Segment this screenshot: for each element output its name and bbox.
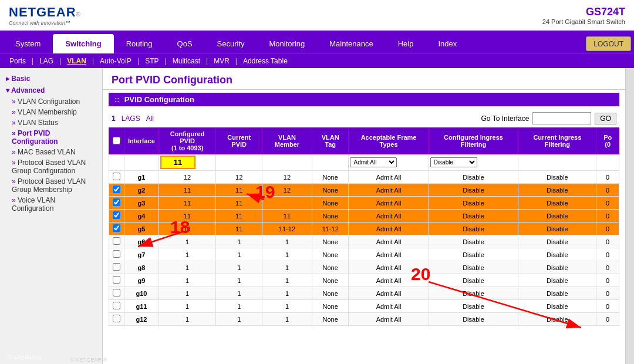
pvid-table-wrapper: Interface Configured PVID(1 to 4093) Cur… [109,127,619,364]
subnav-stp[interactable]: STP [140,56,163,66]
tab-qos[interactable]: QoS [165,34,205,53]
row-checkbox-cell [109,235,124,248]
lags-number: 1 [112,114,116,123]
row-checkbox[interactable] [113,211,120,219]
row-po: 0 [596,248,619,261]
subnav-multicast[interactable]: Multicast [168,56,205,66]
sidebar-item-protocol-group-membership[interactable]: Protocol Based VLAN Group Membership [0,176,102,195]
row-interface: g8 [124,261,159,274]
page-title: Port PVID Configuration [103,68,625,90]
header: NETGEAR® Connect with Innovation™ GS724T… [0,0,634,32]
row-checkbox[interactable] [113,250,120,258]
row-frame-types: Admit All [349,223,429,235]
scrollbar[interactable] [625,68,634,364]
row-po: 0 [596,287,619,300]
logout-button[interactable]: LOGOUT [586,36,631,51]
row-vlan-member: 1 [262,287,312,300]
row-checkbox[interactable] [113,224,120,232]
row-checkbox[interactable] [113,198,120,206]
go-to-interface-area: Go To Interface GO [481,112,617,124]
row-checkbox[interactable] [113,237,120,245]
tab-switching[interactable]: Switching [53,34,113,53]
row-vlan-tag: None [312,235,349,248]
row-po: 0 [596,235,619,248]
col-current-pvid: Current PVID [216,128,262,154]
row-checkbox[interactable] [113,276,120,284]
row-vlan-tag: None [312,197,349,210]
row-config-pvid: 11 [158,197,216,210]
row-checkbox[interactable] [113,186,120,193]
row-config-pvid: 1 [158,300,216,313]
frame-types-select[interactable]: Admit All Tagged Only Untagged Only [350,157,397,167]
main-nav: System Switching Routing QoS Security Mo… [0,32,634,53]
row-vlan-member [262,197,312,210]
subnav-mvr[interactable]: MVR [209,56,234,66]
row-checkbox[interactable] [113,302,120,309]
sidebar-item-mac-vlan[interactable]: MAC Based VLAN [0,147,102,157]
row-config-pvid: 11 [158,184,216,197]
lags-link[interactable]: LAGS [122,114,140,123]
pvid-config-input[interactable] [160,156,195,169]
go-button[interactable]: GO [595,113,616,124]
tab-maintenance[interactable]: Maintenance [317,34,385,53]
sidebar-item-vlan-status[interactable]: VLAN Status [0,117,102,128]
row-checkbox-cell [109,210,124,223]
row-checkbox[interactable] [113,173,120,180]
row-current-pvid: 1 [216,313,262,326]
sidebar-item-protocol-group-config[interactable]: Protocol Based VLAN Group Configuration [0,157,102,176]
row-vlan-tag: None [312,313,349,326]
sidebar-group-basic[interactable]: Basic [0,73,102,85]
row-config-ingress: Disable [429,197,518,210]
watermark-copyright: © NETGEAR ® [70,357,107,363]
header-interface-spacer [124,154,159,171]
tab-index[interactable]: Index [426,34,469,53]
row-checkbox[interactable] [113,289,120,296]
device-info: GS724T 24 Port Gigabit Smart Switch [542,6,625,25]
row-frame-types: Admit All [349,210,429,223]
row-config-ingress: Disable [429,274,518,287]
go-to-label: Go To Interface [481,114,530,123]
go-to-input[interactable] [532,112,591,124]
sidebar-item-vlan-config[interactable]: VLAN Configuration [0,96,102,107]
select-all-checkbox[interactable] [113,137,120,144]
col-config-pvid: Configured PVID(1 to 4093) [158,128,216,154]
subnav-address-table[interactable]: Address Table [238,56,292,66]
row-vlan-tag: None [312,210,349,223]
row-vlan-member: 1 [262,313,312,326]
content-area: Port PVID Configuration PVID Configurati… [103,68,625,364]
tab-security[interactable]: Security [205,34,257,53]
row-vlan-member: 1 [262,261,312,274]
row-checkbox-cell [109,248,124,261]
row-checkbox[interactable] [113,315,120,322]
row-vlan-member: 11 [262,210,312,223]
subnav-vlan[interactable]: VLAN [62,56,91,66]
table-row: g10 1 1 1 None Admit All Disable Disable… [109,287,619,300]
sidebar-item-vlan-membership[interactable]: VLAN Membership [0,107,102,117]
row-checkbox-cell [109,171,124,184]
row-vlan-tag: None [312,274,349,287]
table-row: g8 1 1 1 None Admit All Disable Disable … [109,261,619,274]
subnav-autovoip[interactable]: Auto-VoIP [95,56,136,66]
row-vlan-tag: None [312,300,349,313]
tab-routing[interactable]: Routing [114,34,165,53]
section-header: PVID Configuration [109,93,619,106]
subnav-ports[interactable]: Ports [5,56,31,66]
all-link[interactable]: All [146,114,154,123]
tab-help[interactable]: Help [386,34,426,53]
table-row: g4 11 11 11 None Admit All Disable Disab… [109,210,619,223]
sidebar-item-voice-vlan[interactable]: Voice VLAN Configuration [0,195,102,214]
row-checkbox-cell [109,300,124,313]
row-config-pvid: 1 [158,235,216,248]
row-checkbox[interactable] [113,263,120,271]
row-interface: g1 [124,171,159,184]
sidebar-group-advanced[interactable]: Advanced [0,85,102,96]
sidebar-item-port-pvid[interactable]: Port PVID Configuration [0,128,102,147]
tab-system[interactable]: System [3,34,53,53]
table-row: g2 11 11 12 None Admit All Disable Disab… [109,184,619,197]
row-current-ingress: Disable [518,248,596,261]
subnav-lag[interactable]: LAG [35,56,58,66]
row-current-pvid: 1 [216,261,262,274]
config-ingress-select[interactable]: Disable Enable [430,157,477,167]
tab-monitoring[interactable]: Monitoring [257,34,318,53]
row-vlan-member: 1 [262,248,312,261]
